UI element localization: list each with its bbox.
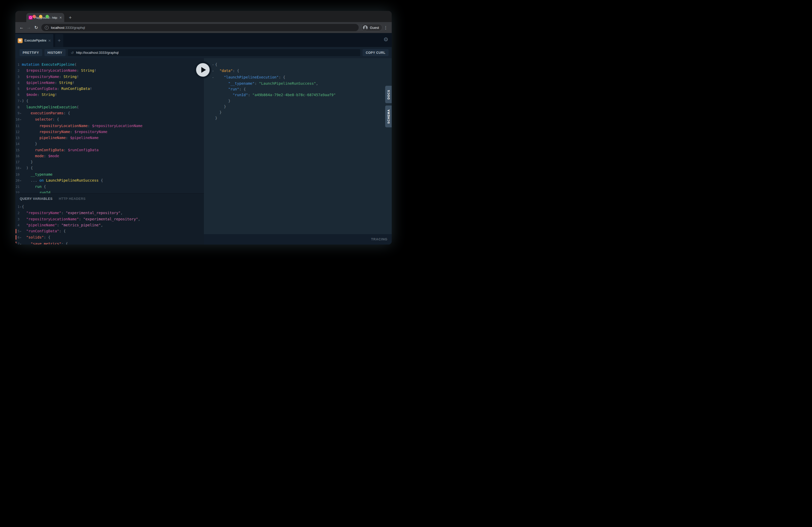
code-line[interactable]: 15 runConfigData: $runConfigData bbox=[15, 147, 204, 153]
back-icon[interactable]: ← bbox=[18, 24, 25, 31]
code-text: $runConfigData: RunConfigData! bbox=[22, 87, 92, 91]
fold-arrow-icon[interactable]: ▾ bbox=[19, 229, 22, 235]
code-text: "data": { bbox=[215, 69, 239, 73]
code-text: } bbox=[215, 104, 226, 109]
fold-arrow-icon[interactable]: ▾ bbox=[19, 99, 22, 104]
code-line[interactable]: } bbox=[204, 104, 392, 109]
endpoint-input[interactable]: ↺ http://localhost:3333/graphql bbox=[68, 49, 360, 56]
variables-editor[interactable]: 1▾{2 "repositoryName": "experimental_rep… bbox=[15, 202, 204, 244]
query-editor[interactable]: 1mutation ExecutePipeline(2 $repositoryL… bbox=[15, 58, 204, 193]
code-text: "runConfigData": { bbox=[22, 229, 66, 233]
response-viewer[interactable]: ▾{▾ "data": {▾ "launchPipelineExecution"… bbox=[204, 58, 392, 234]
fold-arrow-icon[interactable]: ▾ bbox=[19, 235, 22, 241]
zoom-window-button[interactable] bbox=[45, 15, 49, 18]
code-line[interactable]: "__typename": "LaunchPipelineRunSuccess"… bbox=[204, 80, 392, 86]
line-number: 10 bbox=[15, 117, 19, 122]
code-line[interactable]: 20▾ ... on LaunchPipelineRunSuccess { bbox=[15, 178, 204, 184]
schema-side-tab-label: SCHEMA bbox=[387, 109, 390, 124]
close-window-button[interactable] bbox=[32, 15, 36, 18]
line-number: 11 bbox=[15, 123, 19, 129]
code-line[interactable]: 7▾) { bbox=[15, 98, 204, 104]
code-line[interactable]: } bbox=[204, 109, 392, 115]
code-line[interactable]: 14 } bbox=[15, 141, 204, 147]
code-line[interactable]: 16 mode: $mode bbox=[15, 153, 204, 159]
line-number: 4 bbox=[15, 80, 19, 86]
new-tab-button[interactable]: + bbox=[67, 14, 74, 21]
tracing-label[interactable]: TRACING bbox=[371, 238, 388, 241]
line-number: 14 bbox=[15, 141, 19, 147]
line-number: 5 bbox=[15, 228, 19, 234]
fold-arrow-icon[interactable]: ▾ bbox=[19, 111, 22, 117]
fold-arrow-icon[interactable]: ▾ bbox=[19, 178, 22, 184]
code-line[interactable]: 21 run { bbox=[15, 184, 204, 190]
browser-menu-icon[interactable]: ⋮ bbox=[382, 25, 389, 30]
new-session-tab-button[interactable]: + bbox=[55, 34, 63, 47]
session-tab-executepipeline[interactable]: M ExecutePipeline ✕ bbox=[15, 34, 53, 47]
code-line[interactable]: 10▾ selector: { bbox=[15, 117, 204, 123]
execute-query-button[interactable] bbox=[194, 61, 212, 78]
code-line[interactable]: 6▾ "solids": { bbox=[15, 235, 204, 241]
line-number: 6 bbox=[15, 235, 19, 240]
line-number: 13 bbox=[15, 135, 19, 141]
code-line[interactable]: 1▾{ bbox=[15, 204, 204, 210]
code-line[interactable]: 2 $repositoryLocationName: String! bbox=[15, 67, 204, 74]
code-line[interactable]: ▾ "launchPipelineExecution": { bbox=[204, 74, 392, 80]
line-number: 7 bbox=[15, 98, 19, 104]
playground-main: 1mutation ExecutePipeline(2 $repositoryL… bbox=[15, 58, 392, 244]
history-button[interactable]: HISTORY bbox=[44, 49, 66, 56]
tab-close-icon[interactable]: ✕ bbox=[59, 16, 62, 19]
code-line[interactable]: 18▾ ) { bbox=[15, 165, 204, 171]
tab-http-headers[interactable]: HTTP HEADERS bbox=[59, 197, 86, 201]
address-bar[interactable]: i localhost:3333/graphql bbox=[41, 24, 359, 31]
code-line[interactable]: 4 $pipelineName: String! bbox=[15, 80, 204, 86]
fold-arrow-icon[interactable]: ▾ bbox=[211, 68, 215, 74]
code-line[interactable]: 22 runId bbox=[15, 190, 204, 193]
code-text: "repositoryLocationName": "experimental_… bbox=[22, 217, 140, 221]
code-line[interactable]: 13 pipelineName: $pipelineName bbox=[15, 135, 204, 141]
code-line[interactable]: 7▾ "save_metrics": { bbox=[15, 241, 204, 245]
fold-arrow-icon[interactable]: ▾ bbox=[19, 241, 22, 245]
code-line[interactable]: 6 $mode: String! bbox=[15, 92, 204, 98]
code-line[interactable]: 11 repositoryLocationName: $repositoryLo… bbox=[15, 123, 204, 129]
code-line[interactable]: ▾ "data": { bbox=[204, 68, 392, 74]
code-line[interactable]: 9▾ executionParams: { bbox=[15, 110, 204, 117]
copy-curl-button[interactable]: COPY CURL bbox=[363, 49, 389, 56]
code-line[interactable]: 5 $runConfigData: RunConfigData! bbox=[15, 86, 204, 92]
code-line[interactable]: 17 } bbox=[15, 159, 204, 165]
code-line[interactable]: 3 "repositoryLocationName": "experimenta… bbox=[15, 216, 204, 222]
fold-arrow-icon[interactable]: ▾ bbox=[211, 75, 215, 80]
site-info-icon[interactable]: i bbox=[45, 26, 49, 30]
tab-query-variables[interactable]: QUERY VARIABLES bbox=[20, 197, 53, 201]
fold-arrow-icon[interactable]: ▾ bbox=[19, 204, 22, 210]
docs-side-tab[interactable]: DOCS bbox=[385, 86, 392, 103]
code-text: } bbox=[215, 99, 230, 103]
query-pane: 1mutation ExecutePipeline(2 $repositoryL… bbox=[15, 58, 204, 244]
fold-arrow-icon[interactable]: ▾ bbox=[19, 117, 22, 123]
code-line[interactable]: 19 __typename bbox=[15, 171, 204, 178]
code-line[interactable]: 8 launchPipelineExecution( bbox=[15, 104, 204, 110]
code-line[interactable]: 3 $repositoryName: String! bbox=[15, 74, 204, 80]
code-line[interactable]: "runId": "a49b864a-79e2-4be8-b78c-687457… bbox=[204, 92, 392, 98]
session-tab-bar: M ExecutePipeline ✕ + ⚙ bbox=[15, 33, 392, 47]
settings-gear-icon[interactable]: ⚙ bbox=[383, 36, 388, 43]
code-text: $repositoryName: String! bbox=[22, 75, 79, 79]
code-line[interactable]: 2 "repositoryName": "experimental_reposi… bbox=[15, 210, 204, 216]
code-line[interactable]: "run": { bbox=[204, 86, 392, 92]
code-line[interactable]: 4 "pipelineName": "metrics_pipeline", bbox=[15, 222, 204, 228]
prettify-button[interactable]: PRETTIFY bbox=[19, 49, 42, 56]
code-line[interactable]: } bbox=[204, 115, 392, 121]
code-line[interactable]: 1mutation ExecutePipeline( bbox=[15, 62, 204, 67]
schema-side-tab[interactable]: SCHEMA bbox=[385, 106, 392, 127]
code-line[interactable]: 5▾ "runConfigData": { bbox=[15, 228, 204, 235]
code-line[interactable]: } bbox=[204, 98, 392, 104]
profile-button[interactable]: Guest bbox=[361, 24, 382, 31]
line-number: 4 bbox=[15, 223, 19, 228]
fold-arrow-icon[interactable]: ▾ bbox=[211, 62, 215, 68]
session-tab-close-icon[interactable]: ✕ bbox=[48, 39, 51, 43]
code-line[interactable]: ▾{ bbox=[204, 62, 392, 68]
forward-icon[interactable]: → bbox=[25, 24, 32, 31]
reload-icon[interactable]: ↻ bbox=[32, 24, 40, 31]
code-line[interactable]: 12 repositoryName: $repositoryName bbox=[15, 129, 204, 135]
fold-arrow-icon[interactable]: ▾ bbox=[19, 166, 22, 171]
minimize-window-button[interactable] bbox=[39, 15, 42, 18]
